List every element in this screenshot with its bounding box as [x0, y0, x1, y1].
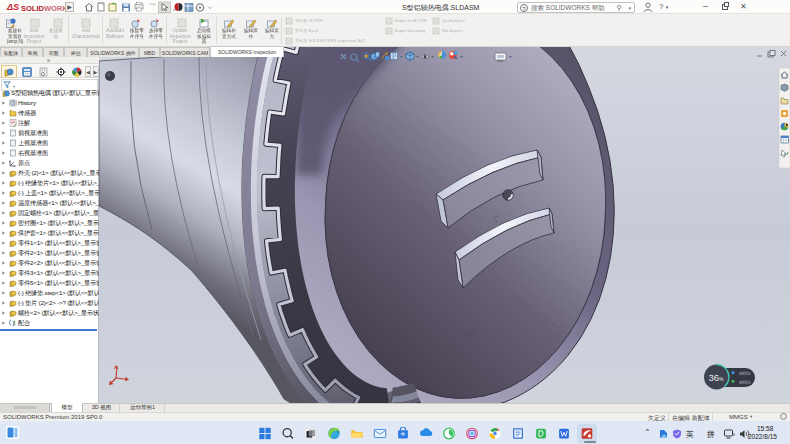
svg-text:wkb/s: wkb/s — [739, 371, 751, 376]
svg-text:wkb/s: wkb/s — [739, 380, 751, 385]
